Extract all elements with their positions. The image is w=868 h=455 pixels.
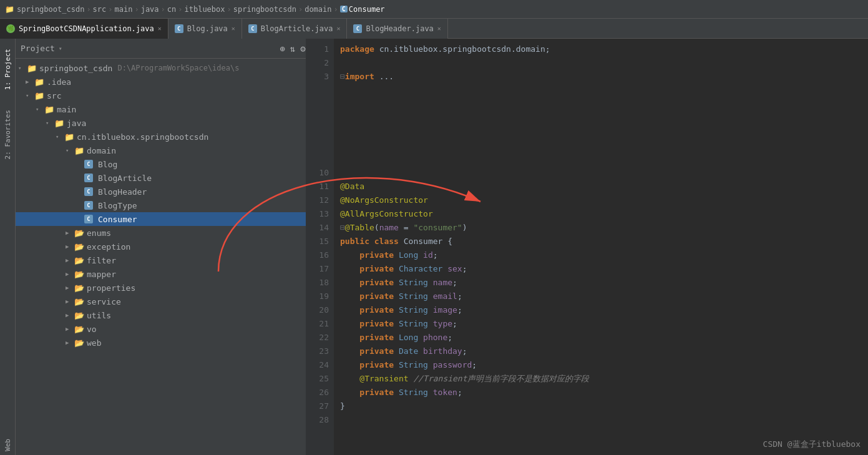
code-line-20: private String image; [340,303,862,317]
tab-blog-article[interactable]: C BlogArticle.java ✕ [242,19,348,39]
consumer-label: Consumer [98,215,137,224]
tree-filter[interactable]: ▶ 📂 filter [16,253,321,267]
code-line-18: private String name; [340,276,862,290]
properties-label: properties [87,283,135,293]
blog-label: Blog [98,160,117,169]
close-icon-3[interactable]: ✕ [336,25,340,32]
code-line-6 [340,111,862,125]
enums-folder-icon: 📂 [74,228,84,238]
service-label: service [87,297,121,306]
java-folder-icon: 📁 [54,119,64,128]
breadcrumb-item-7[interactable]: springbootcsdn [233,5,296,14]
close-icon-4[interactable]: ✕ [437,25,441,32]
arrow-main: ▾ [36,106,42,112]
code-line-24: private String password; [340,358,862,372]
tree-idea[interactable]: ▶ 📁 .idea [16,75,321,89]
vo-folder-icon: 📂 [74,325,84,334]
breadcrumb-item-6[interactable]: itbluebox [185,5,225,14]
chevron-down-icon[interactable]: ▾ [59,45,62,52]
arrow-enums: ▶ [66,230,72,236]
src-folder-icon: 📁 [34,91,44,100]
tab-springboot-application[interactable]: 🌿 SpringBootCSDNApplication.java ✕ [0,19,168,39]
tree-vo[interactable]: ▶ 📂 vo [16,322,321,336]
class-icon-blog-header: C [353,24,362,33]
close-icon-2[interactable]: ✕ [232,25,235,32]
root-folder-icon: 📁 [27,64,37,73]
arrow-filter: ▶ [66,257,72,263]
code-line-11: @Data [340,180,862,193]
breadcrumb-item-8[interactable]: domain [305,5,331,14]
filter-folder-icon: 📂 [74,256,84,265]
vtab-project[interactable]: 1: Project [2,45,13,94]
tree-web[interactable]: ▶ 📂 web [16,336,321,350]
breadcrumb-bar: 📁 springboot_csdn › src › main › java › … [0,0,868,19]
domain-label: domain [87,146,116,155]
code-line-4 [340,84,862,97]
expand-arrow-root: ▾ [18,65,24,71]
breadcrumb-item-2[interactable]: src [93,5,107,14]
code-line-3: ⊟import ... [340,70,862,84]
service-folder-icon: 📂 [74,297,84,306]
code-line-10 [340,166,862,180]
src-label: src [47,91,61,100]
breadcrumb-item-4[interactable]: java [141,5,159,14]
tree-utils[interactable]: ▶ 📂 utils [16,308,321,322]
breadcrumb-item-5[interactable]: cn [167,5,176,14]
add-file-icon[interactable]: ⊕ [280,44,285,54]
web-label: web [87,338,101,348]
blog-article-label: BlogArticle [98,174,152,183]
breadcrumb-item-3[interactable]: main [115,5,133,14]
class-icon-blog-article-tree: C [84,174,93,182]
filter-label: filter [87,256,116,265]
expand-icon[interactable]: ⇅ [290,44,295,54]
tree-blog-article[interactable]: ▶ C BlogArticle [16,171,321,185]
exception-label: exception [87,242,130,252]
vtab-favorites[interactable]: 2: Favorites [2,106,13,163]
class-icon-blog-tree: C [84,160,93,169]
tree-package[interactable]: ▾ 📁 cn.itbluebox.springbootcsdn [16,130,321,144]
tree-domain[interactable]: ▾ 📁 domain [16,144,321,157]
breadcrumb-item-active[interactable]: Consumer [349,5,385,14]
sidebar-header: Project ▾ ⊕ ⇅ ⚙ — [16,39,321,59]
vo-label: vo [87,325,97,334]
vtab-web[interactable]: Web [2,435,13,455]
arrow-properties: ▶ [66,285,72,291]
root-label: springboot_csdn [39,64,112,73]
tree-src[interactable]: ▾ 📁 src [16,89,321,102]
tab-blog[interactable]: C Blog.java ✕ [168,19,242,39]
tree-main[interactable]: ▾ 📁 main [16,102,321,116]
arrow-exception: ▶ [66,243,72,250]
exception-folder-icon: 📂 [74,242,84,252]
close-icon-1[interactable]: ✕ [158,25,162,32]
code-line-25: @Transient //Transient声明当前字段不是数据对应的字段 [340,372,862,386]
utils-label: utils [87,311,111,320]
tree-consumer[interactable]: ▶ C Consumer [16,212,321,226]
blog-header-label: BlogHeader [98,187,147,197]
domain-folder-icon: 📁 [74,146,84,155]
tree-blog[interactable]: ▶ C Blog [16,157,321,171]
main-label: main [57,105,76,114]
tree-blog-type[interactable]: ▶ C BlogType [16,198,321,212]
tree-properties[interactable]: ▶ 📂 properties [16,281,321,295]
tree-service[interactable]: ▶ 📂 service [16,295,321,308]
package-label: cn.itbluebox.springbootcsdn [77,132,208,142]
tree-root[interactable]: ▾ 📁 springboot_csdn D:\AProgramWorkSpace… [16,61,321,75]
tree-java[interactable]: ▾ 📁 java [16,116,321,130]
gear-icon[interactable]: ⚙ [300,44,305,54]
tab-blog-header[interactable]: C BlogHeader.java ✕ [347,19,447,39]
tree-blog-header[interactable]: ▶ C BlogHeader [16,185,321,198]
code-lines[interactable]: package cn.itbluebox.springbootcsdn.doma… [334,39,868,455]
code-line-21: private String type; [340,317,862,331]
idea-folder-icon: 📁 [34,77,44,87]
tree-mapper[interactable]: ▶ 📂 mapper [16,267,321,281]
code-editor[interactable]: 1 2 3 10 11 12 13 14 15 16 17 18 19 [306,39,868,455]
tab-label-4: BlogHeader.java [366,24,433,33]
utils-folder-icon: 📂 [74,311,84,320]
tree-enums[interactable]: ▶ 📂 enums [16,226,321,240]
code-line-7 [340,125,862,139]
class-icon-consumer-tree: C [84,215,93,223]
breadcrumb-item-1[interactable]: springboot_csdn [17,5,84,14]
code-line-5 [340,97,862,111]
tree-exception[interactable]: ▶ 📂 exception [16,240,321,253]
code-line-1: package cn.itbluebox.springbootcsdn.doma… [340,42,862,56]
